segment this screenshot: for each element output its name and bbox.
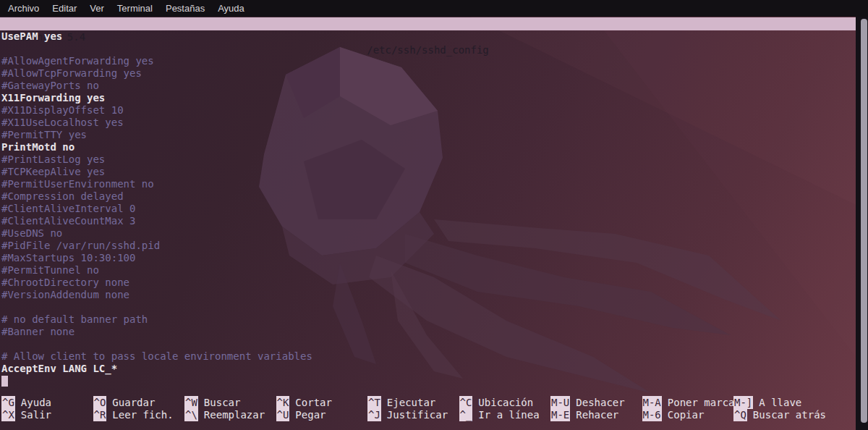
scrollbar-thumb[interactable] <box>861 19 867 423</box>
menu-item-editar[interactable]: Editar <box>46 1 83 15</box>
shortcut-key-badge: ^W <box>184 396 198 409</box>
editor-line: #AllowAgentForwarding yes <box>1 55 841 67</box>
shortcut-key-badge: M-U <box>550 396 570 409</box>
shortcut-key-badge: ^U <box>276 408 290 421</box>
shortcut-label: Leer fich. <box>106 409 173 421</box>
nano-title-bar: GNU nano 5.4 /etc/ssh/sshd_config <box>0 17 856 30</box>
editor-line: # Allow client to pass locale environmen… <box>1 350 841 363</box>
menu-item-terminal[interactable]: Terminal <box>111 1 159 15</box>
shortcut-key-badge: ^G <box>1 396 15 409</box>
shortcut-buscar[interactable]: ^WBuscar <box>184 397 276 409</box>
shortcut-row: ^XSalir^RLeer fich.^\Reemplazar^UPegar^J… <box>1 409 841 421</box>
shortcut-label: Guardar <box>106 397 155 408</box>
shortcut-salir[interactable]: ^XSalir <box>1 409 93 421</box>
shortcut-label: Cortar <box>289 397 332 408</box>
shortcut-justificar[interactable]: ^JJustificar <box>367 409 459 421</box>
shortcut-key-badge: ^K <box>276 396 290 409</box>
menu-bar: ArchivoEditarVerTerminalPestañasAyuda <box>0 0 868 17</box>
shortcut-poner-marca[interactable]: M-APoner marca <box>642 397 734 409</box>
editor-line: #UseDNS no <box>1 227 841 240</box>
editor-line: #ClientAliveCountMax 3 <box>1 215 841 227</box>
editor-line: UsePAM yes <box>1 30 841 43</box>
shortcut-key-badge: M-6 <box>642 408 662 421</box>
editor-line: #Banner none <box>1 326 841 338</box>
shortcut-leer-fich[interactable]: ^RLeer fich. <box>93 409 185 421</box>
editor-line <box>1 375 841 387</box>
shortcut-key-badge: ^X <box>1 408 15 421</box>
shortcut-label: Buscar <box>198 397 241 408</box>
shortcut-label: Ayuda <box>15 397 51 408</box>
shortcut-label: Ir a línea <box>472 409 539 421</box>
editor-line: #PidFile /var/run/sshd.pid <box>1 240 841 252</box>
editor-line: #X11UseLocalhost yes <box>1 117 841 129</box>
shortcut-ejecutar[interactable]: ^TEjecutar <box>367 397 459 409</box>
editor-line: AcceptEnv LANG LC_* <box>1 363 841 375</box>
editor-line: #PermitTunnel no <box>1 264 841 277</box>
shortcut-key-badge: ^Q <box>733 408 747 421</box>
shortcut-buscar-atras[interactable]: ^QBuscar atrás <box>733 409 825 421</box>
text-cursor <box>1 376 8 387</box>
shortcut-key-badge: M-E <box>550 408 570 421</box>
menu-item-ver[interactable]: Ver <box>83 1 111 15</box>
editor-line <box>1 43 841 55</box>
editor-line <box>1 338 841 350</box>
editor-line: #GatewayPorts no <box>1 80 841 92</box>
shortcut-label: Salir <box>15 409 51 421</box>
shortcut-label: Pegar <box>289 409 326 421</box>
desktop-screen: ArchivoEditarVerTerminalPestañasAyuda GN… <box>0 0 868 430</box>
shortcut-row: ^GAyuda^OGuardar^WBuscar^KCortar^TEjecut… <box>1 397 841 409</box>
shortcut-copiar[interactable]: M-6Copiar <box>642 409 734 421</box>
shortcut-key-badge: M-] <box>733 396 753 409</box>
shortcut-label: Ubicación <box>472 397 533 408</box>
shortcut-guardar[interactable]: ^OGuardar <box>93 397 185 409</box>
editor-line: #ChrootDirectory none <box>1 277 841 289</box>
shortcut-deshacer[interactable]: M-UDeshacer <box>550 397 642 409</box>
terminal-window[interactable]: GNU nano 5.4 /etc/ssh/sshd_config UsePAM… <box>0 17 856 430</box>
window-right-edge <box>856 17 868 430</box>
nano-shortcut-bar: ^GAyuda^OGuardar^WBuscar^KCortar^TEjecut… <box>1 397 841 421</box>
editor-line: X11Forwarding yes <box>1 92 841 104</box>
shortcut-key-badge: ^O <box>93 396 107 409</box>
editor-line: #AllowTcpForwarding yes <box>1 67 841 80</box>
shortcut-ayuda[interactable]: ^GAyuda <box>1 397 93 409</box>
shortcut-cortar[interactable]: ^KCortar <box>276 397 368 409</box>
shortcut-label: Poner marca <box>662 397 735 408</box>
shortcut-reemplazar[interactable]: ^\Reemplazar <box>184 409 276 421</box>
shortcut-key-badge: ^_ <box>459 408 473 421</box>
shortcut-ir-a-linea[interactable]: ^_Ir a línea <box>459 409 551 421</box>
editor-line: #ClientAliveInterval 0 <box>1 203 841 215</box>
shortcut-label: Copiar <box>662 409 705 421</box>
editor-line: #X11DisplayOffset 10 <box>1 104 841 117</box>
editor-line: #PermitUserEnvironment no <box>1 178 841 190</box>
menu-item-pestanas[interactable]: Pestañas <box>159 1 211 15</box>
editor-line <box>1 301 841 313</box>
shortcut-label: Reemplazar <box>198 409 265 421</box>
shortcut-key-badge: ^C <box>459 396 473 409</box>
editor-line: #PrintLastLog yes <box>1 153 841 166</box>
shortcut-key-badge: M-A <box>642 396 662 409</box>
shortcut-label: A llave <box>753 397 801 408</box>
shortcut-key-badge: ^\ <box>184 408 198 421</box>
editor-line: # no default banner path <box>1 313 841 326</box>
shortcut-pegar[interactable]: ^UPegar <box>276 409 368 421</box>
shortcut-label: Deshacer <box>570 397 624 408</box>
menu-item-archivo[interactable]: Archivo <box>1 1 46 15</box>
editor-line: PrintMotd no <box>1 141 841 153</box>
shortcut-key-badge: ^J <box>367 408 381 421</box>
shortcut-label: Ejecutar <box>381 397 435 408</box>
shortcut-key-badge: ^T <box>367 396 381 409</box>
editor-buffer[interactable]: UsePAM yes#AllowAgentForwarding yes#Allo… <box>1 30 841 387</box>
shortcut-ubicacion[interactable]: ^CUbicación <box>459 397 551 409</box>
menu-item-ayuda[interactable]: Ayuda <box>211 1 251 15</box>
shortcut-label: Justificar <box>381 409 448 421</box>
editor-line: #TCPKeepAlive yes <box>1 166 841 178</box>
shortcut-a-llave[interactable]: M-]A llave <box>733 397 825 409</box>
shortcut-rehacer[interactable]: M-ERehacer <box>550 409 642 421</box>
shortcut-key-badge: ^R <box>93 408 107 421</box>
shortcut-label: Buscar atrás <box>747 409 826 421</box>
editor-line: #Compression delayed <box>1 190 841 203</box>
editor-line: #PermitTTY yes <box>1 129 841 141</box>
editor-line: #VersionAddendum none <box>1 289 841 301</box>
shortcut-label: Rehacer <box>570 409 618 421</box>
editor-line: #MaxStartups 10:30:100 <box>1 252 841 264</box>
